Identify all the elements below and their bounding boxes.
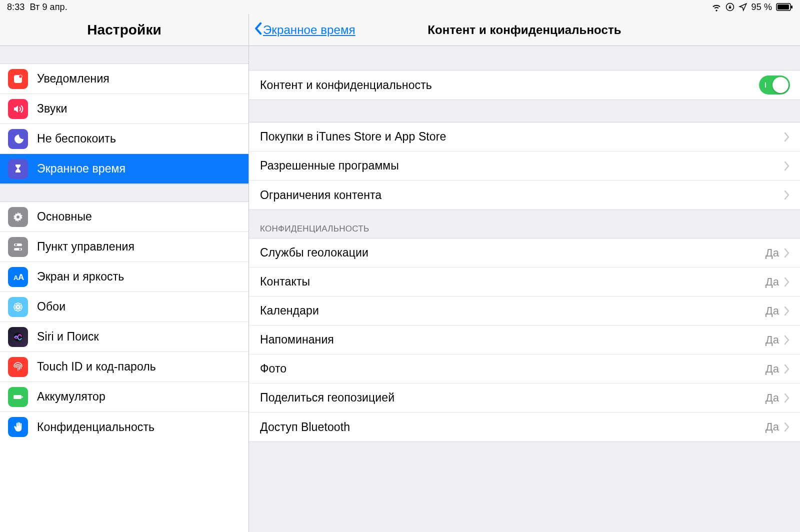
row-label: Фото xyxy=(260,362,766,376)
row-label: Покупки в iTunes Store и App Store xyxy=(260,130,784,144)
svg-rect-3 xyxy=(791,6,792,8)
sidebar-item-label: Пункт управления xyxy=(37,240,134,254)
chevron-right-icon xyxy=(784,161,790,171)
sidebar-item-screentime[interactable]: Экранное время xyxy=(0,154,248,184)
moon-icon xyxy=(8,129,28,149)
row-value: Да xyxy=(766,420,779,434)
settings-row[interactable]: Разрешенные программы xyxy=(249,152,800,180)
svg-point-14 xyxy=(17,306,20,308)
flower-icon xyxy=(8,297,28,317)
sidebar-item-display[interactable]: AAЭкран и яркость xyxy=(0,262,248,292)
sidebar: Настройки УведомленияЗвукиНе беспокоитьЭ… xyxy=(0,14,249,532)
fingerprint-icon xyxy=(8,357,28,377)
sidebar-item-control[interactable]: Пункт управления xyxy=(0,232,248,262)
sidebar-item-battery[interactable]: Аккумулятор xyxy=(0,382,248,412)
sidebar-item-label: Не беспокоить xyxy=(37,132,116,146)
text-icon: AA xyxy=(8,267,28,287)
sidebar-item-label: Экран и яркость xyxy=(37,270,124,284)
svg-rect-24 xyxy=(14,395,22,399)
chevron-right-icon xyxy=(784,335,790,345)
sidebar-item-siri[interactable]: Siri и Поиск xyxy=(0,322,248,352)
hand-icon xyxy=(8,417,28,437)
settings-row[interactable]: Доступ BluetoothДа xyxy=(249,412,800,442)
svg-rect-2 xyxy=(778,4,789,10)
sidebar-item-label: Экранное время xyxy=(37,162,126,176)
sidebar-item-dnd[interactable]: Не беспокоить xyxy=(0,124,248,154)
row-label: Напоминания xyxy=(260,333,766,346)
sidebar-item-privacy[interactable]: Конфиденциальность xyxy=(0,412,248,442)
back-label: Экранное время xyxy=(263,23,356,37)
battery-percent: 95 % xyxy=(752,2,772,12)
detail-title: Контент и конфиденциальность xyxy=(428,23,621,37)
sidebar-item-touchid[interactable]: Touch ID и код-пароль xyxy=(0,352,248,382)
battery-icon xyxy=(776,3,793,11)
chevron-right-icon xyxy=(784,306,790,316)
orientation-lock-icon xyxy=(726,2,734,12)
row-label: Службы геолокации xyxy=(260,246,766,260)
row-label: Контент и конфиденциальность xyxy=(260,78,759,92)
settings-group: Службы геолокацииДаКонтактыДаКалендариДа… xyxy=(249,238,800,442)
chevron-left-icon xyxy=(254,22,262,38)
chevron-right-icon xyxy=(784,364,790,374)
toggle-switch[interactable] xyxy=(759,76,790,94)
row-label: Доступ Bluetooth xyxy=(260,420,766,434)
settings-row[interactable]: КалендариДа xyxy=(249,296,800,326)
row-label: Поделиться геопозицией xyxy=(260,391,766,404)
sidebar-item-label: Уведомления xyxy=(37,72,110,86)
sidebar-gap xyxy=(0,46,248,64)
settings-row[interactable]: КонтактыДа xyxy=(249,268,800,296)
sidebar-item-label: Аккумулятор xyxy=(37,390,106,404)
sidebar-item-general[interactable]: Основные xyxy=(0,202,248,232)
notifications-icon xyxy=(8,69,28,89)
sidebar-gap xyxy=(0,184,248,202)
chevron-right-icon xyxy=(784,132,790,142)
svg-point-7 xyxy=(16,216,20,218)
toggles-icon xyxy=(8,237,28,257)
svg-point-11 xyxy=(19,248,21,250)
chevron-right-icon xyxy=(784,248,790,258)
back-button[interactable]: Экранное время xyxy=(254,22,356,38)
sidebar-item-sounds[interactable]: Звуки xyxy=(0,94,248,124)
sidebar-item-label: Звуки xyxy=(37,102,68,116)
row-label: Календари xyxy=(260,304,766,318)
row-value: Да xyxy=(766,276,779,288)
settings-row[interactable]: Покупки в iTunes Store и App Store xyxy=(249,122,800,152)
row-value: Да xyxy=(766,304,779,318)
row-value: Да xyxy=(766,246,779,260)
status-time: 8:33 xyxy=(7,2,24,12)
row-value: Да xyxy=(766,392,779,404)
settings-row: Контент и конфиденциальность xyxy=(249,70,800,100)
row-label: Разрешенные программы xyxy=(260,159,784,172)
settings-group: Контент и конфиденциальность xyxy=(249,70,800,100)
row-label: Контакты xyxy=(260,275,766,288)
chevron-right-icon xyxy=(784,190,790,200)
row-value: Да xyxy=(766,362,779,376)
sidebar-item-label: Основные xyxy=(37,210,92,224)
section-header: КОНФИДЕНЦИАЛЬНОСТЬ xyxy=(249,210,800,238)
settings-row[interactable]: Ограничения контента xyxy=(249,180,800,210)
sidebar-item-wallpaper[interactable]: Обои xyxy=(0,292,248,322)
location-icon xyxy=(738,2,748,12)
row-value: Да xyxy=(766,334,779,346)
svg-point-9 xyxy=(15,244,17,246)
battery-icon xyxy=(8,387,28,407)
status-icons: 95 % xyxy=(712,2,793,12)
sidebar-item-label: Touch ID и код-пароль xyxy=(37,360,156,374)
hourglass-icon xyxy=(8,159,28,179)
settings-row[interactable]: НапоминанияДа xyxy=(249,326,800,354)
detail-header: Экранное время Контент и конфиденциально… xyxy=(249,14,800,46)
wifi-icon xyxy=(712,2,722,12)
settings-row[interactable]: Службы геолокацииДа xyxy=(249,238,800,268)
svg-point-5 xyxy=(19,74,22,78)
sidebar-item-notifications[interactable]: Уведомления xyxy=(0,64,248,94)
chevron-right-icon xyxy=(784,277,790,287)
settings-row[interactable]: ФотоДа xyxy=(249,354,800,384)
settings-row[interactable]: Поделиться геопозициейДа xyxy=(249,384,800,412)
status-date: Вт 9 апр. xyxy=(30,2,67,12)
svg-text:A: A xyxy=(18,272,24,282)
status-bar: 8:33 Вт 9 апр. 95 % xyxy=(0,0,800,14)
detail-pane: Экранное время Контент и конфиденциально… xyxy=(249,14,800,532)
siri-icon xyxy=(8,327,28,347)
chevron-right-icon xyxy=(784,422,790,432)
sidebar-item-label: Конфиденциальность xyxy=(37,420,154,434)
